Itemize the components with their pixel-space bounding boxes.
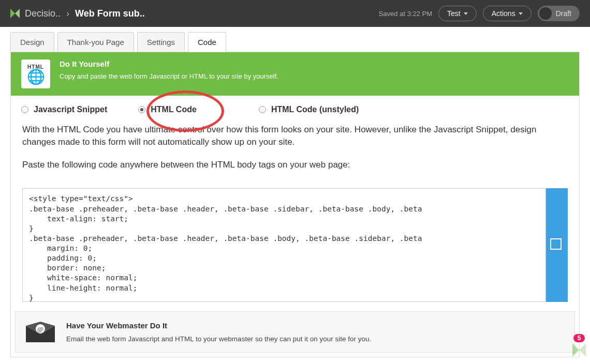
radio-html-code[interactable]: HTML Code xyxy=(138,105,197,114)
draft-toggle-label: Draft xyxy=(556,9,571,18)
radio-html-code-unstyled[interactable]: HTML Code (unstyled) xyxy=(259,105,359,114)
breadcrumb-current: Web Form sub.. xyxy=(75,8,145,19)
banner-text: Do It Yourself Copy and paste the web fo… xyxy=(60,59,278,80)
tab-code[interactable]: Code xyxy=(188,32,226,52)
webmaster-subtitle: Email the web form Javascript and HTML t… xyxy=(66,335,371,343)
radio-icon xyxy=(138,106,145,113)
chevron-down-icon xyxy=(519,12,523,15)
badge-count: 5 xyxy=(573,334,585,342)
webmaster-title: Have Your Webmaster Do It xyxy=(66,321,371,330)
webmaster-text: Have Your Webmaster Do It Email the web … xyxy=(66,321,371,343)
toggle-knob-icon xyxy=(539,7,552,20)
diy-banner: HTML 🌐 Do It Yourself Copy and paste the… xyxy=(11,52,579,96)
main-panel: HTML 🌐 Do It Yourself Copy and paste the… xyxy=(10,52,580,357)
radio-label: HTML Code xyxy=(151,105,197,114)
draft-toggle[interactable]: Draft xyxy=(538,6,580,21)
svg-text:@: @ xyxy=(37,325,43,333)
banner-subtitle: Copy and paste the web form Javascript o… xyxy=(60,72,278,80)
breadcrumb-separator: › xyxy=(66,8,69,19)
tab-thank-you[interactable]: Thank-you Page xyxy=(57,32,134,52)
code-type-radios: Javascript Snippet HTML Code HTML Code (… xyxy=(11,96,579,116)
app-leaf-icon xyxy=(572,343,586,357)
description-paragraph-2: Paste the following code anywhere betwee… xyxy=(22,159,568,171)
html-stamp-icon: HTML 🌐 xyxy=(21,59,50,88)
envelope-icon: @ xyxy=(26,322,55,342)
globe-icon: 🌐 xyxy=(27,70,45,84)
description-paragraph-1: With the HTML Code you have ultimate con… xyxy=(22,124,568,148)
notification-badge[interactable]: 5 xyxy=(572,334,586,357)
description: With the HTML Code you have ultimate con… xyxy=(11,116,579,188)
radio-icon xyxy=(259,106,266,113)
test-button-label: Test xyxy=(447,9,461,18)
tab-settings[interactable]: Settings xyxy=(137,32,185,52)
copy-icon xyxy=(552,240,562,250)
app-logo-icon xyxy=(10,9,20,18)
topbar-right: Saved at 3:22 PM Test Actions Draft xyxy=(379,6,580,21)
radio-label: Javascript Snippet xyxy=(34,105,107,114)
saved-status: Saved at 3:22 PM xyxy=(379,10,432,18)
breadcrumb-root[interactable]: Decisio.. xyxy=(25,8,61,19)
tabs: Design Thank-you Page Settings Code xyxy=(10,32,580,52)
copy-code-button[interactable] xyxy=(546,188,568,302)
webmaster-panel[interactable]: @ Have Your Webmaster Do It Email the we… xyxy=(15,311,575,353)
radio-label: HTML Code (unstyled) xyxy=(271,105,359,114)
code-snippet-box[interactable]: <style type="text/css"> .beta-base .preh… xyxy=(22,188,546,302)
content: Design Thank-you Page Settings Code HTML… xyxy=(0,32,590,364)
radio-icon xyxy=(21,106,28,113)
chevron-down-icon xyxy=(464,12,468,15)
actions-button-label: Actions xyxy=(492,9,515,18)
tab-design[interactable]: Design xyxy=(10,32,54,52)
radio-javascript-snippet[interactable]: Javascript Snippet xyxy=(21,105,107,114)
actions-button[interactable]: Actions xyxy=(483,6,532,21)
test-button[interactable]: Test xyxy=(438,6,477,21)
code-area: <style type="text/css"> .beta-base .preh… xyxy=(22,188,568,302)
top-bar: Decisio.. › Web Form sub.. Saved at 3:22… xyxy=(0,0,590,27)
breadcrumb: Decisio.. › Web Form sub.. xyxy=(25,8,145,19)
banner-title: Do It Yourself xyxy=(60,59,278,68)
